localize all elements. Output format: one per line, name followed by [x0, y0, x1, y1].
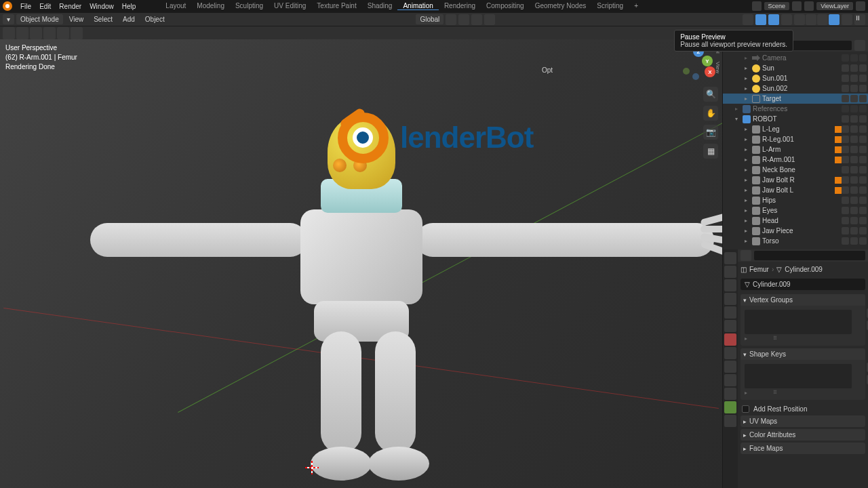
outliner-item-name[interactable]: R-Arm.001 [762, 156, 833, 163]
exclude-toggle[interactable] [842, 217, 849, 224]
tool-rotate[interactable] [43, 27, 56, 39]
vertex-groups-list[interactable] [745, 310, 852, 334]
workspace-uv[interactable]: UV Editing [269, 2, 311, 10]
exclude-toggle[interactable] [842, 156, 849, 163]
uv-maps-header[interactable]: ▸ UV Maps [741, 415, 865, 427]
hide-toggle[interactable] [850, 136, 858, 143]
workspace-rendering[interactable]: Rendering [439, 2, 481, 10]
outliner-item-name[interactable]: ROBOT [753, 115, 842, 123]
outliner-item-name[interactable]: Sun.001 [762, 75, 842, 82]
menu-file[interactable]: File [16, 3, 35, 10]
exclude-toggle[interactable] [842, 186, 849, 194]
properties-type-icon[interactable] [741, 250, 751, 261]
camera-view-icon[interactable]: 📷 [703, 125, 718, 140]
outliner-row[interactable]: ▸Camera [723, 53, 868, 63]
gizmo-x-axis[interactable]: X [705, 66, 715, 77]
hide-toggle[interactable] [850, 166, 858, 174]
disable-render-toggle[interactable] [859, 197, 867, 204]
disable-render-toggle[interactable] [859, 237, 867, 245]
disable-render-toggle[interactable] [859, 227, 867, 235]
outliner-item-name[interactable]: Jaw Piece [762, 227, 842, 235]
workspace-add[interactable]: + [629, 2, 644, 10]
exclude-toggle[interactable] [842, 54, 849, 62]
exclude-toggle[interactable] [842, 227, 849, 235]
zoom-icon[interactable]: 🔍 [703, 87, 718, 102]
exclude-toggle[interactable] [842, 207, 849, 214]
disclosure-triangle-icon[interactable]: ▸ [745, 167, 750, 173]
menu-render[interactable]: Render [55, 3, 85, 10]
hide-toggle[interactable] [850, 95, 858, 102]
disclosure-triangle-icon[interactable]: ▸ [745, 177, 750, 183]
datablock-name-field[interactable]: ▽ Cylinder.009 [741, 279, 865, 290]
disclosure-triangle-icon[interactable]: ▸ [745, 157, 750, 163]
outliner-row[interactable]: ▸References [723, 104, 868, 114]
outliner-row[interactable]: ▸L-Leg [723, 124, 868, 134]
hide-toggle[interactable] [850, 237, 858, 245]
mode-dropdown[interactable]: Object Mode [16, 14, 63, 24]
outliner-item-name[interactable]: Camera [762, 54, 842, 62]
prop-tab-render[interactable] [724, 266, 736, 278]
disclosure-triangle-icon[interactable]: ▸ [745, 207, 750, 214]
exclude-toggle[interactable] [842, 136, 849, 143]
outliner-filter-icon[interactable] [854, 40, 865, 51]
xray-button[interactable] [781, 14, 792, 25]
modifier-icon[interactable] [835, 126, 842, 133]
exclude-toggle[interactable] [842, 166, 849, 174]
prop-tab-material[interactable] [724, 415, 736, 427]
disclosure-triangle-icon[interactable]: ▸ [745, 197, 750, 203]
prop-tab-tool[interactable] [724, 252, 736, 264]
pause-preview-button[interactable]: ⏸ [854, 14, 865, 25]
disclosure-triangle-icon[interactable]: ▸ [745, 55, 750, 61]
disable-render-toggle[interactable] [859, 146, 867, 153]
tool-move[interactable] [30, 27, 42, 39]
breadcrumb-data[interactable]: Cylinder.009 [785, 266, 823, 273]
disclosure-triangle-icon[interactable]: ▸ [745, 96, 750, 102]
pan-icon[interactable]: ✋ [703, 106, 718, 121]
outliner-item-name[interactable]: Head [762, 217, 842, 224]
viewlayer-name-field[interactable]: ViewLayer [816, 2, 853, 10]
viewlayer-icon[interactable] [804, 1, 814, 11]
prop-tab-world[interactable] [724, 320, 736, 332]
disclosure-triangle-icon[interactable]: ▸ [745, 65, 750, 71]
workspace-geometry[interactable]: Geometry Nodes [530, 2, 592, 10]
disable-render-toggle[interactable] [859, 115, 867, 123]
hide-toggle[interactable] [850, 207, 858, 214]
proportional-button[interactable] [484, 14, 495, 25]
datablock-name[interactable]: Cylinder.009 [753, 281, 791, 288]
shape-keys-list[interactable] [745, 364, 852, 388]
outliner-row[interactable]: ▸Target [723, 94, 868, 104]
color-attributes-header[interactable]: ▸ Color Attributes [741, 429, 865, 441]
outliner-row[interactable]: ▸Jaw Piece [723, 226, 868, 236]
workspace-modeling[interactable]: Modeling [191, 2, 230, 10]
disclosure-triangle-icon[interactable]: ▸ [745, 85, 750, 92]
exclude-toggle[interactable] [842, 64, 849, 72]
hide-toggle[interactable] [850, 75, 858, 82]
exclude-toggle[interactable] [842, 85, 849, 92]
disable-render-toggle[interactable] [859, 64, 867, 72]
selectability-button[interactable] [743, 14, 753, 25]
outliner-item-name[interactable]: Torso [762, 237, 842, 245]
disable-render-toggle[interactable] [859, 85, 867, 92]
hide-toggle[interactable] [850, 105, 858, 113]
header-add[interactable]: Add [119, 16, 139, 23]
modifier-icon[interactable] [835, 177, 842, 184]
exclude-toggle[interactable] [842, 115, 849, 123]
outliner-row[interactable]: ▸Neck Bone [723, 165, 868, 175]
properties-search[interactable] [754, 251, 865, 260]
shape-keys-header[interactable]: ▾ Shape Keys [741, 348, 865, 360]
scene-name-field[interactable]: Scene [764, 2, 790, 10]
exclude-toggle[interactable] [842, 125, 849, 133]
disable-render-toggle[interactable] [859, 95, 867, 102]
outliner-row[interactable]: ▸Sun [723, 63, 868, 73]
disclosure-triangle-icon[interactable]: ▾ [735, 116, 741, 122]
hide-toggle[interactable] [850, 115, 858, 123]
workspace-layout[interactable]: Layout [160, 2, 191, 10]
workspace-animation[interactable]: Animation [397, 2, 438, 10]
disable-render-toggle[interactable] [859, 156, 867, 163]
outliner-item-name[interactable]: Hips [762, 197, 842, 204]
disable-render-toggle[interactable] [859, 105, 867, 113]
add-rest-position-checkbox[interactable] [742, 405, 749, 413]
prop-tab-modifiers[interactable] [724, 347, 736, 359]
outliner-item-name[interactable]: Neck Bone [762, 166, 842, 174]
workspace-texture[interactable]: Texture Paint [311, 2, 361, 10]
